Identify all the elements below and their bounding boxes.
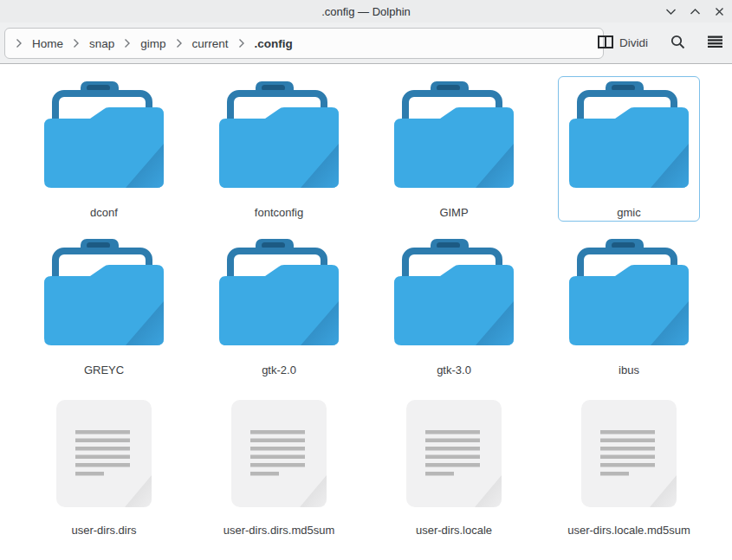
file-item-box-ibus[interactable]: ibus xyxy=(558,234,700,379)
file-item-box-gtk2[interactable]: gtk-2.0 xyxy=(208,234,350,379)
file-item-box-userdirs-dirs[interactable]: user-dirs.dirs xyxy=(33,394,175,539)
file-item: ibus xyxy=(541,234,716,394)
file-item-box-greyc[interactable]: GREYC xyxy=(33,234,175,379)
split-view-label: Dividi xyxy=(619,36,648,49)
file-item-label: gmic xyxy=(617,206,640,219)
close-button[interactable] xyxy=(711,3,727,19)
breadcrumb-item-snap[interactable]: snap xyxy=(89,37,114,50)
chevron-right-icon[interactable] xyxy=(238,38,245,48)
folder-icon xyxy=(393,239,515,351)
file-item-box-userdirs-locale-md5[interactable]: user-dirs.locale.md5sum xyxy=(558,394,700,539)
minimize-button[interactable] xyxy=(663,3,678,19)
file-item-box-gimp[interactable]: GIMP xyxy=(383,76,525,222)
file-item: gtk-3.0 xyxy=(366,234,541,394)
file-item-label: user-dirs.dirs.md5sum xyxy=(223,524,335,537)
file-icon xyxy=(405,399,502,512)
folder-icon xyxy=(43,239,165,351)
file-item-label: user-dirs.locale xyxy=(416,524,492,537)
menu-button[interactable] xyxy=(705,34,725,52)
folder-icon xyxy=(568,239,690,351)
chevron-up-icon xyxy=(690,8,701,16)
file-item-label: GREYC xyxy=(84,364,124,377)
file-item: dconf xyxy=(16,76,191,234)
file-item: fontconfig xyxy=(191,76,366,234)
folder-icon xyxy=(393,81,515,194)
toolbar: Home snap gimp current .config Dividi xyxy=(0,23,732,64)
file-item-label: fontconfig xyxy=(255,206,303,219)
breadcrumb-item-gimp[interactable]: gimp xyxy=(140,37,165,50)
file-item-label: user-dirs.locale.md5sum xyxy=(567,524,690,537)
maximize-button[interactable] xyxy=(687,3,703,19)
dolphin-window: .config — Dolphin Home xyxy=(0,0,732,560)
file-icon xyxy=(55,399,152,512)
folder-icon xyxy=(218,81,340,194)
chevron-right-icon[interactable] xyxy=(124,38,131,48)
search-button[interactable] xyxy=(668,33,688,54)
window-controls xyxy=(663,0,727,23)
folder-icon xyxy=(43,81,165,194)
file-item-label: gtk-2.0 xyxy=(262,364,296,377)
file-item-box-gmic[interactable]: gmic xyxy=(558,76,700,222)
file-item: user-dirs.locale.md5sum xyxy=(541,394,716,551)
file-item: user-dirs.dirs xyxy=(16,394,191,551)
close-icon xyxy=(715,7,724,16)
file-icon xyxy=(230,399,327,512)
file-item: gmic xyxy=(541,76,716,234)
title-bar: .config — Dolphin xyxy=(0,0,732,23)
file-item-box-fontconfig[interactable]: fontconfig xyxy=(208,76,350,222)
file-item-label: GIMP xyxy=(439,206,468,219)
breadcrumb-item-config[interactable]: .config xyxy=(255,37,293,50)
file-icon xyxy=(580,399,677,512)
breadcrumb-item-current[interactable]: current xyxy=(192,37,229,50)
file-item-label: user-dirs.dirs xyxy=(71,524,136,537)
chevron-right-icon[interactable] xyxy=(73,38,80,48)
window-title: .config — Dolphin xyxy=(321,5,411,18)
split-view-button[interactable]: Dividi xyxy=(595,34,651,53)
file-item-box-userdirs-locale[interactable]: user-dirs.locale xyxy=(383,394,525,539)
file-item-box-dconf[interactable]: dconf xyxy=(33,76,175,222)
chevron-right-icon[interactable] xyxy=(16,38,23,48)
file-item: user-dirs.dirs.md5sum xyxy=(191,394,366,551)
location-breadcrumb-bar[interactable]: Home snap gimp current .config xyxy=(4,28,604,59)
file-view: dconf fontconfig GIMP gmic xyxy=(0,65,732,560)
hamburger-menu-icon xyxy=(708,35,722,50)
toolbar-actions: Dividi xyxy=(595,23,725,63)
file-item-box-gtk3[interactable]: gtk-3.0 xyxy=(383,234,525,379)
file-item-label: dconf xyxy=(90,206,118,219)
icon-grid: dconf fontconfig GIMP gmic xyxy=(16,76,716,551)
file-item-label: gtk-3.0 xyxy=(437,364,471,377)
file-item-box-userdirs-dirs-md5[interactable]: user-dirs.dirs.md5sum xyxy=(208,394,350,539)
folder-icon xyxy=(218,239,340,351)
folder-icon xyxy=(568,81,690,194)
chevron-right-icon[interactable] xyxy=(176,38,183,48)
file-item: GREYC xyxy=(16,234,191,394)
file-item-label: ibus xyxy=(619,364,639,377)
split-view-icon xyxy=(598,35,613,51)
file-item: gtk-2.0 xyxy=(191,234,366,394)
chevron-down-icon xyxy=(665,8,677,16)
breadcrumb-item-home[interactable]: Home xyxy=(32,37,63,50)
file-item: user-dirs.locale xyxy=(366,394,541,551)
search-icon xyxy=(670,35,685,52)
file-item: GIMP xyxy=(366,76,541,234)
